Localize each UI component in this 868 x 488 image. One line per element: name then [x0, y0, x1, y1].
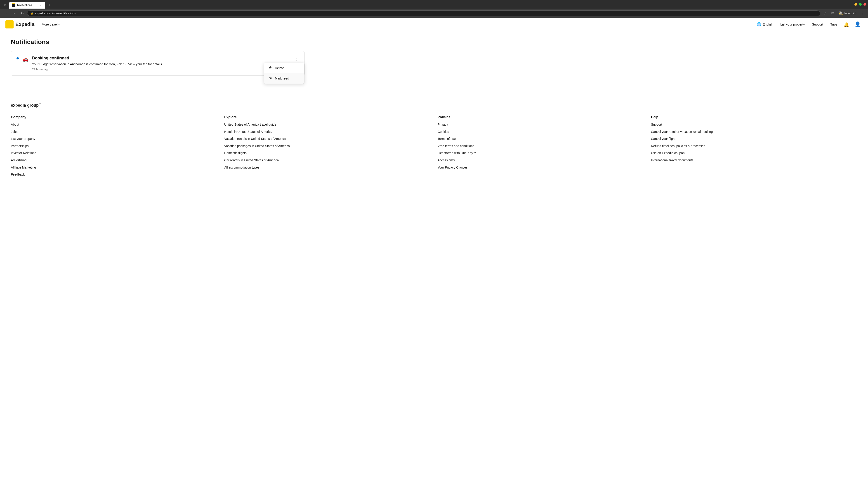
footer-link[interactable]: Privacy	[438, 123, 644, 127]
list-property-label: List your property	[780, 23, 805, 26]
footer: expedia group™ CompanyAboutJobsList your…	[0, 92, 868, 187]
unread-indicator	[17, 57, 19, 59]
window-minimize-btn[interactable]	[855, 3, 857, 6]
footer-link[interactable]: All accommodation types	[224, 165, 430, 170]
notification-description: Your Budget reservation in Anchorage is …	[32, 62, 299, 67]
footer-link[interactable]: Advertising	[11, 158, 217, 163]
footer-link[interactable]: Jobs	[11, 130, 217, 134]
svg-marker-0	[7, 22, 12, 26]
delete-label: Delete	[275, 66, 284, 70]
delete-menu-item[interactable]: 🗑 Delete	[264, 63, 304, 73]
footer-link[interactable]: International travel documents	[651, 158, 857, 163]
more-travel-label: More travel	[41, 23, 57, 26]
footer-col-1: ExploreUnited States of America travel g…	[224, 115, 430, 180]
incognito-icon: 🕵	[838, 11, 843, 15]
address-bar[interactable]: 🔒 expedia.com/inbox/notifications	[27, 10, 820, 16]
footer-link[interactable]: United States of America travel guide	[224, 123, 430, 127]
footer-link[interactable]: Use an Expedia coupon	[651, 151, 857, 156]
logo-text: Expedia	[16, 22, 34, 27]
site-header: Expedia More travel ▾ 🌐 English List you…	[0, 18, 868, 31]
footer-link[interactable]: Accessibility	[438, 158, 644, 163]
address-bar-row: ← → ↻ 🔒 expedia.com/inbox/notifications …	[0, 8, 868, 18]
address-text: expedia.com/inbox/notifications	[35, 11, 76, 15]
tab-favicon: E	[12, 3, 16, 7]
header-right: 🌐 English List your property Support Tri…	[754, 20, 863, 29]
logo-icon	[5, 20, 13, 29]
footer-col-0: CompanyAboutJobsList your propertyPartne…	[11, 115, 217, 180]
footer-link[interactable]: Get started with One Key™	[438, 151, 644, 156]
footer-link[interactable]: Your Privacy Choices	[438, 165, 644, 170]
notifications-bell-btn[interactable]: 🔔	[842, 20, 851, 29]
bookmark-btn[interactable]: ☆	[822, 10, 829, 16]
footer-col-3: HelpSupportCancel your hotel or vacation…	[651, 115, 857, 180]
footer-link[interactable]: Domestic flights	[224, 151, 430, 156]
footer-logo-text: expedia group™	[11, 103, 41, 107]
browser-more-btn[interactable]: ⋮	[859, 10, 865, 16]
more-travel-chevron: ▾	[58, 23, 60, 26]
user-account-btn[interactable]: 👤	[853, 20, 863, 29]
footer-link[interactable]: Investor Relations	[11, 151, 217, 156]
back-btn[interactable]: ←	[3, 10, 9, 16]
eye-icon: 👁	[269, 76, 272, 80]
footer-columns: CompanyAboutJobsList your propertyPartne…	[11, 115, 857, 180]
incognito-btn[interactable]: 🕵 Incognito	[837, 10, 858, 16]
tab-title: Notifications	[17, 4, 37, 7]
support-label: Support	[812, 23, 823, 26]
footer-logo: expedia group™	[11, 103, 857, 108]
language-label: English	[763, 23, 773, 26]
window-close-btn[interactable]	[864, 3, 866, 6]
globe-icon: 🌐	[757, 22, 761, 26]
reload-btn[interactable]: ↻	[19, 10, 25, 16]
footer-link[interactable]: Vacation rentals in United States of Ame…	[224, 137, 430, 141]
window-maximize-btn[interactable]	[859, 3, 862, 6]
notification-wrapper: 🚗 Booking confirmed Your Budget reservat…	[11, 51, 305, 76]
footer-link[interactable]: Terms of use	[438, 137, 644, 141]
new-tab-btn[interactable]: +	[46, 2, 53, 8]
forward-btn[interactable]: →	[11, 10, 17, 16]
tab-search-btn[interactable]: ⧉	[829, 10, 836, 16]
tab-list-btn[interactable]: ▼	[2, 2, 8, 8]
footer-link[interactable]: Car rentals in United States of America	[224, 158, 430, 163]
logo-link[interactable]: Expedia	[5, 20, 34, 29]
footer-link[interactable]: Partnerships	[11, 144, 217, 149]
trips-btn[interactable]: Trips	[828, 21, 840, 28]
footer-link[interactable]: Feedback	[11, 172, 217, 177]
footer-link[interactable]: Support	[651, 123, 857, 127]
footer-link[interactable]: About	[11, 123, 217, 127]
language-btn[interactable]: 🌐 English	[754, 20, 776, 28]
notification-card: 🚗 Booking confirmed Your Budget reservat…	[11, 51, 305, 76]
active-tab[interactable]: E Notifications ×	[9, 2, 45, 8]
footer-col-title-3: Help	[651, 115, 857, 119]
list-property-btn[interactable]: List your property	[778, 21, 807, 28]
footer-col-title-0: Company	[11, 115, 217, 119]
footer-link[interactable]: Affiliate Marketing	[11, 165, 217, 170]
more-travel-btn[interactable]: More travel ▾	[39, 21, 62, 28]
mark-read-menu-item[interactable]: 👁 Mark read	[264, 73, 304, 84]
footer-col-2: PoliciesPrivacyCookiesTerms of useVrbo t…	[438, 115, 644, 180]
notification-body: Booking confirmed Your Budget reservatio…	[32, 56, 299, 71]
notification-time: 21 hours ago	[32, 68, 299, 71]
main-content: Notifications 🚗 Booking confirmed Your B…	[0, 31, 316, 83]
mark-read-label: Mark read	[275, 76, 289, 80]
footer-link[interactable]: Vacation packages in United States of Am…	[224, 144, 430, 149]
notification-dropdown-menu: 🗑 Delete 👁 Mark read	[264, 63, 305, 84]
footer-link[interactable]: Cancel your flight	[651, 137, 857, 141]
footer-link[interactable]: Cookies	[438, 130, 644, 134]
browser-chrome: ▼ E Notifications × + ← → ↻ 🔒 expedia.co…	[0, 0, 868, 18]
footer-col-title-2: Policies	[438, 115, 644, 119]
address-bar-actions: ☆ ⧉ 🕵 Incognito ⋮	[822, 10, 865, 16]
trash-icon: 🗑	[269, 66, 272, 70]
notification-menu-btn[interactable]: ⋮	[293, 55, 301, 62]
notification-title: Booking confirmed	[32, 56, 299, 61]
support-btn[interactable]: Support	[809, 21, 826, 28]
car-icon: 🚗	[22, 56, 29, 62]
footer-link[interactable]: Cancel your hotel or vacation rental boo…	[651, 130, 857, 134]
footer-link[interactable]: Vrbo terms and conditions	[438, 144, 644, 149]
footer-col-title-1: Explore	[224, 115, 430, 119]
page-title: Notifications	[11, 38, 306, 46]
footer-link[interactable]: List your property	[11, 137, 217, 141]
tab-close-btn[interactable]: ×	[38, 3, 42, 7]
incognito-label: Incognito	[844, 11, 856, 15]
footer-link[interactable]: Hotels in United States of America	[224, 130, 430, 134]
footer-link[interactable]: Refund timelines, policies & processes	[651, 144, 857, 149]
